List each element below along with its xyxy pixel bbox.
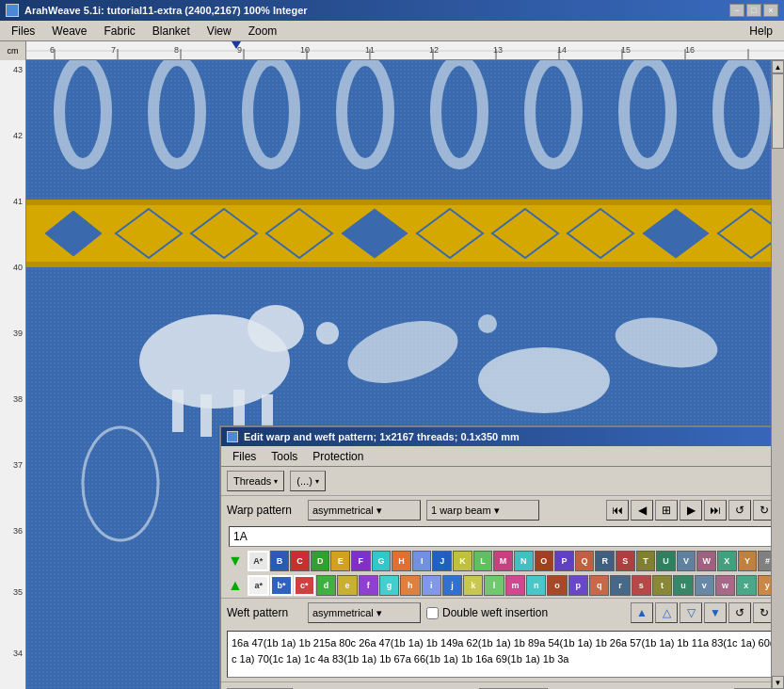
swatch-V[interactable]: V: [677, 551, 696, 571]
swatch-p[interactable]: p: [568, 575, 588, 596]
double-weft-wrapper: Double weft insertion: [426, 606, 548, 619]
main-content-row: 43 42 41 40 39 38 37 36 35 34: [0, 60, 784, 689]
menu-zoom[interactable]: Zoom: [241, 23, 285, 40]
swatch-h[interactable]: h: [400, 575, 420, 596]
nav-first[interactable]: ⏮: [606, 500, 629, 521]
swatch-u[interactable]: u: [673, 575, 693, 596]
threads-button[interactable]: Threads ▾: [227, 471, 284, 491]
swatch-R[interactable]: R: [595, 551, 615, 571]
swatch-J[interactable]: J: [432, 551, 452, 571]
swatch-N[interactable]: N: [514, 551, 534, 571]
scroll-thumb[interactable]: [772, 73, 784, 149]
dialog-menu-tools[interactable]: Tools: [264, 448, 305, 465]
swatch-T[interactable]: T: [636, 551, 656, 571]
nav-grid[interactable]: ⊞: [655, 500, 678, 521]
swatch-G[interactable]: G: [372, 551, 392, 571]
weft-nav-undo[interactable]: ↺: [728, 602, 751, 623]
swatch-o[interactable]: o: [547, 575, 567, 596]
swatch-Q[interactable]: Q: [575, 551, 595, 571]
swatch-j[interactable]: j: [442, 575, 462, 596]
swatch-K[interactable]: K: [453, 551, 472, 571]
menu-files[interactable]: Files: [4, 23, 42, 40]
swatch-y[interactable]: y: [758, 575, 772, 596]
swatch-X[interactable]: X: [717, 551, 737, 571]
swatch-I[interactable]: I: [412, 551, 432, 571]
double-weft-checkbox[interactable]: [426, 607, 439, 619]
swatch-H[interactable]: H: [392, 551, 411, 571]
minimize-button[interactable]: −: [729, 4, 744, 17]
swatch-S[interactable]: S: [616, 551, 635, 571]
scroll-down-btn[interactable]: ▼: [772, 676, 784, 689]
dialog-menu-files[interactable]: Files: [225, 448, 264, 465]
weft-symmetry-dropdown[interactable]: asymmetrical ▾: [308, 602, 421, 623]
nav-last[interactable]: ⏭: [704, 500, 727, 521]
warp-pattern-row: Warp pattern asymmetrical ▾ 1 warp beam …: [221, 496, 771, 524]
swatch-r[interactable]: r: [610, 575, 630, 596]
swatch-c[interactable]: c*: [294, 575, 315, 596]
swatch-i[interactable]: i: [422, 575, 441, 596]
nav-next[interactable]: ▶: [680, 500, 702, 521]
swatch-k[interactable]: k: [463, 575, 483, 596]
swatch-D[interactable]: D: [311, 551, 330, 571]
swatch-l[interactable]: l: [484, 575, 504, 596]
scroll-track[interactable]: [772, 73, 784, 676]
swatch-e[interactable]: e: [337, 575, 357, 596]
swatch-b[interactable]: b*: [270, 575, 292, 596]
swatch-M[interactable]: M: [493, 551, 513, 571]
menu-bar: Files Weave Fabric Blanket View Zoom Hel…: [0, 21, 784, 41]
palette-down-arrow[interactable]: ▲: [227, 577, 244, 594]
swatch-U[interactable]: U: [656, 551, 676, 571]
swatch-g[interactable]: g: [379, 575, 399, 596]
vertical-scrollbar[interactable]: ▲ ▼: [771, 60, 784, 689]
swatch-d[interactable]: d: [316, 575, 336, 596]
swatch-m[interactable]: m: [505, 575, 525, 596]
swatch-t[interactable]: t: [652, 575, 672, 596]
close-button[interactable]: ×: [763, 4, 778, 17]
warp-symmetry-dropdown[interactable]: asymmetrical ▾: [308, 500, 421, 521]
swatch-q[interactable]: q: [589, 575, 609, 596]
weft-nav-up-filled[interactable]: ▲: [631, 602, 653, 623]
text-pattern-display[interactable]: 16a 47(1b 1a) 1b 215a 80c 26a 47(1b 1a) …: [227, 631, 771, 678]
nav-undo[interactable]: ↺: [728, 500, 751, 521]
weft-nav-up-empty[interactable]: △: [655, 602, 678, 623]
swatch-B[interactable]: B: [270, 551, 290, 571]
swatch-n[interactable]: n: [526, 575, 546, 596]
swatch-A[interactable]: A*: [248, 551, 269, 571]
menu-blanket[interactable]: Blanket: [145, 23, 198, 40]
maximize-button[interactable]: □: [746, 4, 761, 17]
swatch-F[interactable]: F: [351, 551, 371, 571]
scroll-up-btn[interactable]: ▲: [772, 60, 784, 73]
ellipsis-button[interactable]: (...) ▾: [290, 471, 326, 491]
swatch-w[interactable]: w: [715, 575, 735, 596]
palette-up-arrow[interactable]: ▼: [227, 553, 244, 569]
weft-nav-redo[interactable]: ↻: [753, 602, 771, 623]
swatch-W[interactable]: W: [696, 551, 716, 571]
menu-help[interactable]: Help: [742, 23, 780, 40]
swatch-a[interactable]: a*: [248, 575, 269, 596]
swatch-s[interactable]: s: [632, 575, 651, 596]
menu-weave[interactable]: Weave: [44, 23, 94, 40]
pattern-input[interactable]: [229, 526, 771, 547]
warp-beam-dropdown[interactable]: 1 warp beam ▾: [426, 500, 539, 521]
v-ruler-label: 41: [13, 197, 23, 206]
swatch-Y[interactable]: Y: [738, 551, 758, 571]
swatch-P[interactable]: P: [554, 551, 574, 571]
swatch-E[interactable]: E: [330, 551, 350, 571]
weft-nav-down-empty[interactable]: ▽: [680, 602, 702, 623]
swatch-x[interactable]: x: [736, 575, 756, 596]
swatch-L[interactable]: L: [473, 551, 493, 571]
swatch-v[interactable]: v: [695, 575, 714, 596]
swatch-O[interactable]: O: [535, 551, 554, 571]
weft-nav-down-filled[interactable]: ▼: [704, 602, 727, 623]
warp-symmetry-arrow: ▾: [376, 505, 382, 517]
swatch-f[interactable]: f: [359, 575, 378, 596]
swatch-C[interactable]: C: [290, 551, 310, 571]
dialog-menu-protection[interactable]: Protection: [305, 448, 371, 465]
title-bar: ArahWeave 5.1i: tutorial11-extra (2400,2…: [0, 0, 784, 21]
menu-fabric[interactable]: Fabric: [96, 23, 142, 40]
swatch-hash[interactable]: #: [758, 551, 771, 571]
nav-redo[interactable]: ↻: [753, 500, 771, 521]
menu-view[interactable]: View: [200, 23, 239, 40]
svg-point-45: [478, 347, 610, 413]
nav-prev[interactable]: ◀: [631, 500, 653, 521]
